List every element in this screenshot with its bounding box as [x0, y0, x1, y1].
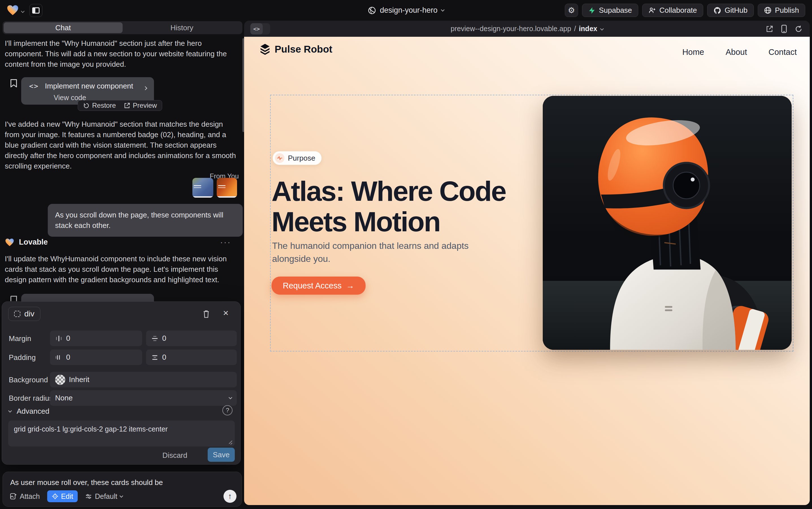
element-inspector-panel: div × Margin 0 0 Padding: [2, 301, 241, 465]
padding-y-value: 0: [162, 353, 166, 362]
margin-label: Margin: [9, 334, 31, 343]
supabase-button[interactable]: Supabase: [582, 4, 638, 17]
assistant-header: Lovable: [5, 238, 48, 246]
margin-y-value: 0: [162, 334, 166, 343]
attach-label: Attach: [20, 492, 40, 501]
preview-label: Preview: [133, 102, 157, 109]
project-switcher[interactable]: design-your-hero: [368, 0, 444, 21]
site-brand[interactable]: Pulse Robot: [260, 43, 332, 55]
arrow-up-icon: ↑: [228, 492, 232, 501]
attachment-thumbnail-blue[interactable]: [192, 178, 213, 198]
restore-icon: [83, 102, 89, 109]
user-message-bubble: As you scroll down the page, these compo…: [48, 204, 243, 237]
chevron-down-icon: [229, 396, 232, 399]
advanced-toggle[interactable]: Advanced: [9, 407, 49, 416]
sidebar-toggle-button[interactable]: [29, 4, 42, 17]
publish-label: Publish: [775, 6, 799, 15]
project-globe-icon: [368, 6, 376, 14]
purpose-badge: Purpose: [273, 151, 322, 165]
site-brand-name: Pulse Robot: [274, 43, 332, 55]
request-access-button[interactable]: Request Access →: [271, 277, 366, 295]
chat-history-tabs: Chat History: [3, 21, 243, 34]
pulse-robot-logo-icon: [260, 43, 270, 55]
chevron-down-icon: [600, 27, 604, 31]
github-button[interactable]: GitHub: [707, 4, 754, 17]
preview-button[interactable]: Preview: [124, 102, 157, 109]
edit-label: Edit: [61, 492, 73, 501]
trash-icon[interactable]: [202, 310, 210, 318]
topbar: design-your-hero ⚙ Supabase Collaborate: [0, 0, 812, 21]
restore-button[interactable]: Restore: [83, 102, 116, 109]
tab-chat[interactable]: Chat: [4, 22, 123, 33]
border-radius-select[interactable]: None: [50, 390, 237, 406]
edit-mode-button[interactable]: Edit: [47, 490, 78, 502]
help-icon[interactable]: ?: [222, 405, 232, 415]
selection-box-icon: [14, 311, 20, 317]
image-icon: [10, 493, 17, 500]
border-radius-label: Border radius: [9, 394, 53, 403]
preview-url-bar[interactable]: preview--design-your-hero.lovable.app / …: [451, 21, 603, 37]
restore-preview-bar: Restore Preview: [78, 100, 162, 111]
margin-x-value: 0: [66, 334, 70, 343]
nav-about[interactable]: About: [726, 47, 747, 57]
padding-y-input[interactable]: 0: [146, 349, 237, 365]
discard-button[interactable]: Discard: [162, 451, 187, 460]
padding-label: Padding: [9, 353, 36, 362]
nav-contact[interactable]: Contact: [769, 47, 797, 57]
save-button[interactable]: Save: [208, 448, 235, 462]
selected-element-pill[interactable]: div: [8, 307, 40, 321]
padding-x-value: 0: [66, 353, 70, 362]
nav-home[interactable]: Home: [682, 47, 704, 57]
tool-card-title: Implement new component: [45, 82, 133, 91]
margin-y-input[interactable]: 0: [146, 331, 237, 346]
refresh-icon[interactable]: [795, 25, 802, 33]
hero-subtext: The humanoid companion that learns and a…: [272, 239, 490, 265]
padding-x-input[interactable]: 0: [50, 349, 142, 365]
open-in-new-tab-icon[interactable]: [766, 25, 773, 33]
bookmark-icon[interactable]: [10, 79, 17, 88]
send-button[interactable]: ↑: [223, 490, 236, 503]
attach-button[interactable]: Attach: [10, 492, 40, 501]
mobile-view-icon[interactable]: [781, 25, 787, 33]
preview-page: index: [579, 25, 597, 33]
message-menu-button[interactable]: ···: [220, 237, 231, 247]
tab-history[interactable]: History: [123, 22, 242, 33]
workspace-chevron-down-icon[interactable]: [22, 8, 24, 13]
site-header: Pulse Robot Home About Contact: [244, 37, 810, 68]
settings-button[interactable]: ⚙: [565, 4, 578, 17]
collaborate-button[interactable]: Collaborate: [642, 4, 703, 17]
chat-input[interactable]: As user mouse roll over, these cards sho…: [10, 478, 234, 487]
restore-label: Restore: [92, 102, 116, 109]
code-view-toggle[interactable]: <>: [250, 23, 270, 34]
hero-robot-image: [543, 96, 792, 350]
lovable-heart-icon[interactable]: [7, 4, 19, 16]
supabase-bolt-icon: [588, 7, 596, 14]
assistant-message-1: I'll implement the "Why Humanoid" sectio…: [5, 38, 238, 70]
chat-input-toolbar: Attach Edit Default ↑: [10, 490, 236, 503]
assistant-message-3: I'll update the WhyHumanoid component to…: [5, 253, 238, 285]
margin-x-input[interactable]: 0: [50, 331, 142, 346]
background-input[interactable]: Inherit: [50, 372, 237, 387]
supabase-label: Supabase: [599, 6, 632, 15]
model-mode-select[interactable]: Default: [85, 492, 123, 501]
background-label: Background: [9, 376, 48, 384]
bookmark-icon: [10, 296, 17, 301]
classes-textarea[interactable]: grid grid-cols-1 lg:grid-cols-2 gap-12 i…: [8, 420, 235, 446]
publish-button[interactable]: Publish: [758, 4, 805, 17]
attachment-thumbnail-orange[interactable]: [217, 178, 237, 198]
collaborate-label: Collaborate: [659, 6, 697, 15]
url-separator: /: [574, 25, 576, 33]
background-value: Inherit: [69, 375, 89, 384]
project-chevron-down-icon: [441, 8, 445, 11]
chevron-down-icon: [8, 409, 12, 413]
close-icon[interactable]: ×: [223, 307, 229, 318]
github-icon: [713, 6, 721, 14]
external-link-icon: [124, 102, 130, 109]
arrow-right-icon: →: [346, 281, 354, 291]
sliders-icon: [85, 493, 92, 500]
padding-vertical-icon: [151, 354, 158, 361]
chevron-right-icon: [143, 86, 147, 90]
cta-label: Request Access: [283, 281, 341, 291]
chat-input-card: As user mouse roll over, these cards sho…: [3, 472, 242, 507]
preview-panel: <> preview--design-your-hero.lovable.app…: [244, 21, 810, 505]
